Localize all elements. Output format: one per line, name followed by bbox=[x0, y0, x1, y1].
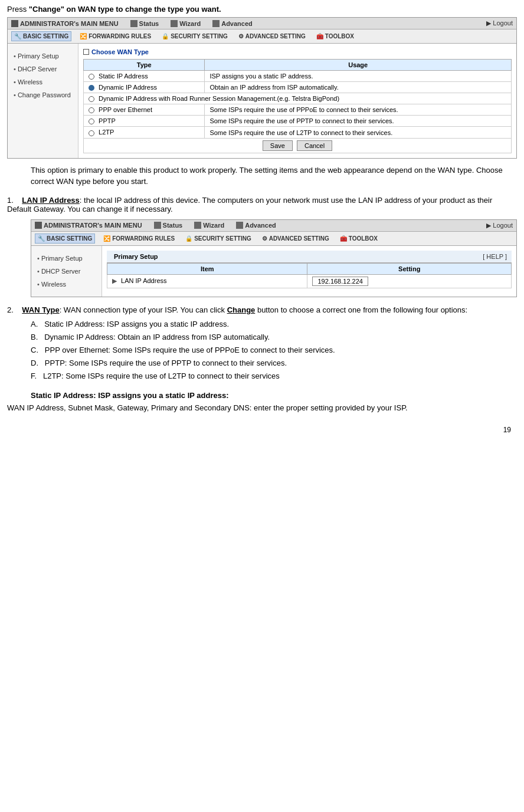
router-body-2: Primary Setup DHCP Server Wireless Prima… bbox=[31, 246, 516, 297]
setting-lan-ip[interactable]: 192.168.12.224 bbox=[307, 274, 512, 288]
tab-toolbox[interactable]: 🧰 TOOLBOX bbox=[314, 32, 356, 41]
admin-icon-2 bbox=[35, 222, 42, 229]
nav2-wizard-label: Wizard bbox=[203, 222, 224, 229]
sec-icon-2: 🔒 bbox=[185, 235, 192, 242]
type-static-ip[interactable]: Static IP Address bbox=[84, 71, 205, 82]
list-item: C. PPP over Ethernet: Some ISPs require … bbox=[31, 344, 517, 357]
nav-wizard[interactable]: Wizard bbox=[171, 20, 201, 27]
sidebar-change-password[interactable]: Change Password bbox=[8, 88, 78, 101]
nav-admin[interactable]: ADMINISTRATOR's MAIN MENU bbox=[11, 20, 119, 27]
tab2-toolbox[interactable]: 🧰 TOOLBOX bbox=[338, 234, 380, 243]
table-row: ▶ LAN IP Address 192.168.12.224 bbox=[107, 274, 512, 288]
radio-pppoe[interactable] bbox=[89, 107, 94, 113]
help-link[interactable]: [ HELP ] bbox=[483, 253, 507, 260]
logout-label: Logout bbox=[493, 19, 513, 27]
usage-static-ip: ISP assigns you a static IP address. bbox=[205, 71, 512, 82]
cancel-button[interactable]: Cancel bbox=[297, 140, 332, 151]
section-1-title: 1. LAN IP Address: the local IP address … bbox=[7, 196, 517, 213]
wan-ip-desc: WAN IP Address, Subnet Mask, Gateway, Pr… bbox=[7, 402, 517, 414]
nav2-wizard[interactable]: Wizard bbox=[194, 222, 224, 229]
list-letter-a: A. bbox=[31, 320, 38, 328]
tab-forwarding-rules[interactable]: 🔀 FORWARDING RULES bbox=[77, 32, 153, 41]
radio-static[interactable] bbox=[89, 74, 94, 80]
radio-l2tp[interactable] bbox=[89, 130, 94, 136]
nav2-status[interactable]: Status bbox=[154, 222, 183, 229]
section-2: 2. WAN Type: WAN connection type of your… bbox=[7, 305, 517, 383]
col-type: Type bbox=[84, 60, 205, 71]
section-2-bold: WAN Type bbox=[22, 305, 59, 314]
tab-advanced-setting[interactable]: ⚙ ADVANCED SETTING bbox=[236, 32, 308, 41]
tab2-basic-label: BASIC SETTING bbox=[47, 235, 92, 242]
status-icon bbox=[130, 20, 137, 27]
list-text-d: PPTP: Some ISPs require the use of PPTP … bbox=[45, 359, 287, 367]
router-sidebar-2: Primary Setup DHCP Server Wireless bbox=[31, 246, 102, 297]
forwarding-icon: 🔀 bbox=[80, 33, 87, 40]
tab2-basic-setting[interactable]: 🔧 BASIC SETTING bbox=[35, 234, 95, 244]
router-tabs-1: 🔧 BASIC SETTING 🔀 FORWARDING RULES 🔒 SEC… bbox=[8, 29, 516, 44]
router-content-1: Choose WAN Type Type Usage Static IP Add… bbox=[78, 44, 516, 158]
fwd-icon-2: 🔀 bbox=[103, 235, 110, 242]
wan-type-table: Type Usage Static IP Address ISP assigns… bbox=[83, 59, 512, 153]
type-static-label: Static IP Address bbox=[99, 73, 148, 80]
table-row: PPP over Ethernet Some ISPs require the … bbox=[84, 104, 512, 116]
router-nav-1: ADMINISTRATOR's MAIN MENU Status Wizard … bbox=[8, 18, 516, 29]
section-2-rest: : WAN connection type of your ISP. You c… bbox=[60, 305, 227, 314]
nav-admin-label: ADMINISTRATOR's MAIN MENU bbox=[20, 20, 119, 27]
type-pptp-label: PPTP bbox=[99, 117, 116, 124]
nav-logout[interactable]: ▶ Logout bbox=[486, 19, 513, 27]
sidebar-dhcp-server[interactable]: DHCP Server bbox=[8, 63, 78, 75]
wizard-icon bbox=[171, 20, 178, 27]
save-button[interactable]: Save bbox=[263, 140, 293, 151]
section-2-rest2: button to choose a correct one from the … bbox=[255, 305, 467, 314]
list-letter-b: B. bbox=[31, 333, 38, 341]
lan-ip-value[interactable]: 192.168.12.224 bbox=[312, 277, 368, 286]
tab2-security-label: SECURITY SETTING bbox=[194, 235, 251, 242]
type-dynamic-ip[interactable]: Dynamic IP Address bbox=[84, 82, 205, 93]
sidebar2-primary-setup[interactable]: Primary Setup bbox=[31, 252, 101, 265]
usage-pppoe: Some ISPs require the use of PPPoE to co… bbox=[205, 104, 512, 116]
table-row: Dynamic IP Address with Road Runner Sess… bbox=[84, 93, 512, 104]
nav2-logout[interactable]: ▶ Logout bbox=[486, 222, 513, 229]
sidebar2-dhcp-server[interactable]: DHCP Server bbox=[31, 265, 101, 278]
sidebar2-wireless[interactable]: Wireless bbox=[31, 278, 101, 291]
wan-checkbox-icon bbox=[83, 49, 89, 55]
section-2-number: 2. bbox=[7, 305, 14, 314]
table-row: PPTP Some ISPs require the use of PPTP t… bbox=[84, 116, 512, 127]
nav2-advanced[interactable]: Advanced bbox=[236, 222, 276, 229]
static-ip-section: Static IP Address: ISP assigns you a sta… bbox=[7, 391, 517, 414]
type-roadrunner[interactable]: Dynamic IP Address with Road Runner Sess… bbox=[84, 93, 512, 104]
tab2-advanced-setting[interactable]: ⚙ ADVANCED SETTING bbox=[260, 234, 332, 243]
instruction-prefix: Press bbox=[7, 5, 29, 14]
tab-advanced-label: ADVANCED SETTING bbox=[245, 33, 306, 40]
advanced-icon bbox=[212, 20, 220, 27]
nav-status-label: Status bbox=[139, 20, 159, 27]
tab-basic-setting[interactable]: 🔧 BASIC SETTING bbox=[11, 31, 71, 41]
type-dynamic-label: Dynamic IP Address bbox=[99, 84, 157, 91]
lan-ip-label: LAN IP Address bbox=[121, 277, 166, 284]
tab-security-setting[interactable]: 🔒 SECURITY SETTING bbox=[159, 32, 230, 41]
nav-advanced[interactable]: Advanced bbox=[212, 20, 253, 27]
radio-dynamic[interactable] bbox=[89, 85, 94, 91]
section-1-number: 1. bbox=[7, 196, 14, 205]
adv-icon-2: ⚙ bbox=[262, 235, 267, 242]
type-pppoe[interactable]: PPP over Ethernet bbox=[84, 104, 205, 116]
tab2-security-setting[interactable]: 🔒 SECURITY SETTING bbox=[183, 234, 254, 243]
wan-type-header: Choose WAN Type bbox=[83, 48, 512, 55]
status-icon-2 bbox=[154, 222, 161, 229]
radio-pptp[interactable] bbox=[89, 119, 94, 124]
type-pptp[interactable]: PPTP bbox=[84, 116, 205, 127]
nav2-admin[interactable]: ADMINISTRATOR's MAIN MENU bbox=[35, 222, 142, 229]
nav2-advanced-label: Advanced bbox=[245, 222, 276, 229]
tab2-forwarding-rules[interactable]: 🔀 FORWARDING RULES bbox=[101, 234, 177, 243]
sidebar-primary-setup[interactable]: Primary Setup bbox=[8, 50, 78, 63]
tab2-forwarding-label: FORWARDING RULES bbox=[112, 235, 175, 242]
wan-type-title: Choose WAN Type bbox=[91, 48, 149, 55]
type-l2tp[interactable]: L2TP bbox=[84, 127, 205, 138]
toolbox-icon: 🧰 bbox=[316, 33, 323, 40]
nav-status[interactable]: Status bbox=[130, 20, 159, 27]
sidebar-wireless[interactable]: Wireless bbox=[8, 75, 78, 88]
section-1-bold: LAN IP Address bbox=[22, 196, 80, 205]
radio-roadrunner[interactable] bbox=[89, 96, 94, 102]
router-ui-2: ADMINISTRATOR's MAIN MENU Status Wizard … bbox=[31, 219, 517, 297]
col-setting: Setting bbox=[307, 263, 512, 274]
